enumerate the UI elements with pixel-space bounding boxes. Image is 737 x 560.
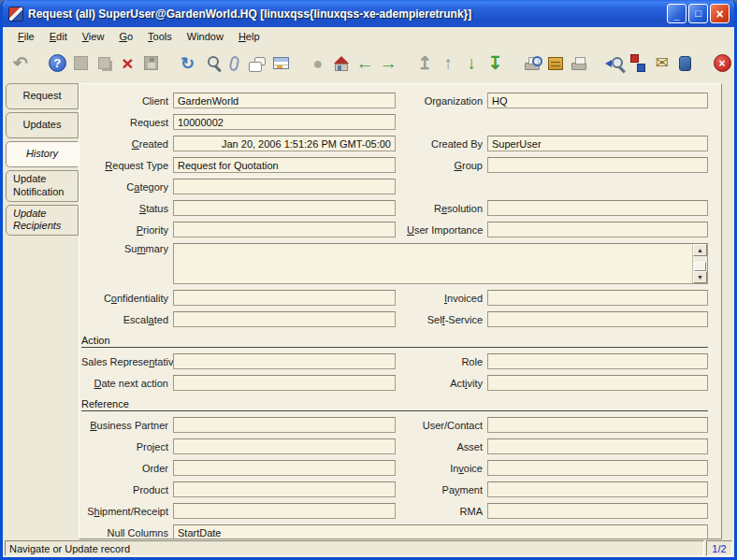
field-null-columns[interactable]: StartDate (173, 524, 708, 539)
field-resolution[interactable] (487, 200, 708, 216)
archive-icon (548, 57, 563, 70)
row-sales-representative: Sales RepresentativeRole (81, 353, 708, 369)
minimize-button[interactable]: _ (667, 4, 686, 23)
label-confidentiality: Confidentiality (81, 293, 173, 304)
field-invoiced[interactable] (487, 290, 708, 306)
menu-lookup-button[interactable]: ● (307, 51, 329, 76)
field-confidentiality[interactable] (173, 290, 396, 306)
copy-record-button[interactable] (93, 51, 115, 76)
field-client[interactable]: GardenWorld (173, 93, 396, 108)
print-button[interactable] (568, 51, 590, 76)
detail-record-icon: ↓ (468, 54, 477, 72)
exit-button[interactable]: × (711, 51, 733, 76)
tab-history[interactable]: History (6, 141, 79, 167)
first-record-button[interactable]: ↥ (413, 51, 436, 76)
menu-go[interactable]: Go (111, 29, 140, 44)
field-product[interactable] (173, 481, 396, 497)
scroll-thumb[interactable] (694, 262, 706, 271)
next-record-button[interactable]: → (377, 51, 399, 76)
field-user-importance[interactable] (487, 222, 708, 237)
save-record-button[interactable] (139, 51, 162, 76)
field-organization[interactable]: HQ (487, 93, 708, 108)
field-order[interactable] (173, 460, 396, 476)
tab-update-recipients[interactable]: Update Recipients (6, 205, 79, 237)
detail-record-button[interactable]: ↓ (460, 51, 483, 76)
refresh-button[interactable]: ↻ (176, 51, 198, 76)
workflow-button[interactable] (628, 51, 650, 76)
field-created-by[interactable]: SuperUser (487, 136, 708, 151)
print-preview-icon (525, 63, 540, 70)
field-escalated[interactable] (173, 311, 396, 327)
field-self-service[interactable] (487, 311, 708, 327)
field-created[interactable]: Jan 20, 2006 1:51:26 PM GMT-05:00 (173, 136, 396, 151)
tab-updates[interactable]: Updates (6, 112, 79, 138)
previous-record-icon: ← (356, 54, 374, 72)
field-role[interactable] (487, 353, 708, 369)
last-record-button[interactable]: ↧ (484, 51, 506, 76)
textarea-content[interactable] (174, 244, 692, 283)
new-record-icon (74, 56, 88, 70)
tab-update-notification[interactable]: Update Notification (6, 170, 79, 202)
help-button[interactable]: ? (46, 51, 68, 76)
menu-window[interactable]: Window (180, 29, 231, 44)
scroll-up-icon[interactable]: ▲ (693, 244, 707, 256)
archive-button[interactable] (544, 51, 567, 76)
app-icon (8, 7, 23, 22)
field-user-contact[interactable] (487, 417, 708, 433)
new-record-button[interactable] (69, 51, 92, 76)
menu-file[interactable]: File (10, 29, 42, 44)
field-summary[interactable]: ▲▼ (173, 243, 708, 284)
field-shipment-receipt[interactable] (173, 503, 396, 519)
product-info-button[interactable] (674, 51, 697, 76)
exit-icon: × (714, 54, 731, 72)
section-label: Action (81, 335, 708, 348)
field-request-type[interactable]: Request for Quotation (173, 157, 396, 173)
tab-label: Request (23, 90, 62, 103)
field-invoice[interactable] (487, 460, 708, 476)
zoom-across-button[interactable] (604, 51, 627, 76)
row-summary: Summary▲▼ (81, 243, 708, 284)
field-status[interactable] (173, 200, 396, 216)
print-preview-button[interactable] (520, 51, 542, 76)
close-button[interactable]: × (710, 4, 730, 23)
tab-label: Update Recipients (13, 208, 74, 234)
field-project[interactable] (173, 438, 396, 454)
label-category: Category (81, 181, 173, 193)
title-bar[interactable]: Request (all) SuperUser@GardenWorld.HQ [… (3, 0, 734, 27)
field-business-partner[interactable] (173, 417, 396, 433)
tab-request[interactable]: Request (6, 83, 79, 109)
field-request[interactable]: 10000002 (173, 114, 396, 130)
grid-toggle-button[interactable] (270, 51, 293, 76)
scroll-down-icon[interactable]: ▼ (693, 271, 707, 283)
field-date-next-action[interactable] (173, 375, 396, 391)
undo-button[interactable]: ↶ (9, 51, 32, 76)
field-asset[interactable] (487, 438, 708, 454)
row-null-columns: Null ColumnsStartDate (81, 524, 708, 539)
field-payment[interactable] (487, 481, 708, 497)
parent-record-button[interactable]: ↑ (437, 51, 459, 76)
row-status: StatusResolution (81, 200, 708, 216)
attachment-button[interactable] (224, 51, 246, 76)
menu-view[interactable]: View (75, 29, 112, 44)
label-order: Order (81, 463, 173, 474)
label-user-contact: User/Contact (407, 420, 487, 431)
menu-help[interactable]: Help (231, 29, 267, 44)
previous-record-button[interactable]: ← (354, 51, 376, 76)
home-button[interactable] (330, 51, 353, 76)
find-button[interactable] (200, 51, 223, 76)
field-sales-representative[interactable] (173, 353, 396, 369)
field-rma[interactable] (487, 503, 708, 519)
menu-tools[interactable]: Tools (140, 29, 180, 44)
field-priority[interactable] (173, 222, 396, 237)
menu-edit[interactable]: Edit (42, 29, 75, 44)
chat-button[interactable] (247, 51, 269, 76)
delete-record-button[interactable]: × (116, 51, 138, 76)
field-category[interactable] (173, 179, 396, 194)
scrollbar[interactable]: ▲▼ (692, 244, 707, 283)
label-self-service: Self-Service (407, 314, 487, 325)
field-group[interactable] (487, 157, 708, 173)
field-activity[interactable] (487, 375, 708, 391)
check-requests-button[interactable]: ✉ (651, 51, 673, 76)
maximize-button[interactable]: □ (688, 4, 708, 23)
tab-label: Update Notification (13, 173, 74, 199)
